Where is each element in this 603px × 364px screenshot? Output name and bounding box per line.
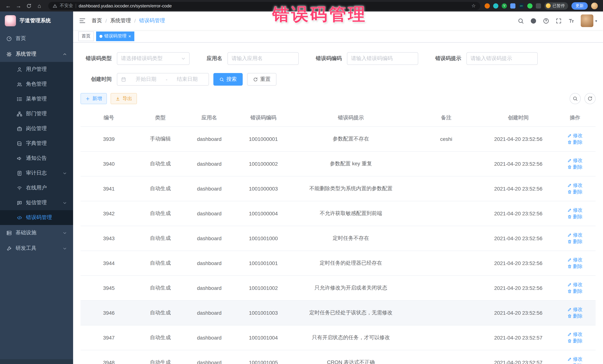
filter-code: 错误码编码 请输入错误码编码: [316, 52, 418, 65]
sidebar-item[interactable]: 菜单管理: [0, 92, 73, 106]
sidebar-item[interactable]: 首页: [0, 31, 73, 46]
app-name-input[interactable]: 请输入应用名: [227, 52, 299, 65]
github-icon[interactable]: [530, 18, 537, 24]
cell-type: 手动编辑: [137, 126, 184, 151]
help-icon[interactable]: [543, 18, 549, 24]
sidebar-item[interactable]: 审计日志: [0, 166, 73, 180]
extension-icon-teal[interactable]: [493, 3, 498, 8]
browser-profile-avatar[interactable]: [591, 2, 598, 9]
edit-link[interactable]: 修改: [567, 356, 583, 362]
forward-icon[interactable]: →: [14, 1, 23, 10]
edit-link[interactable]: 修改: [567, 207, 583, 213]
edit-link[interactable]: 修改: [567, 256, 583, 263]
cell-code: 1001000003: [235, 176, 292, 201]
paused-profile-badge[interactable]: 已暂停: [544, 2, 568, 10]
cell-app: dashboard: [184, 226, 235, 251]
delete-link[interactable]: 删除: [567, 288, 583, 295]
app-frame: 芋道管理系统 首页 系统管理: [0, 11, 603, 364]
cell-actions: 修改 删除: [554, 126, 596, 151]
browser-update-button[interactable]: 更新: [571, 2, 588, 10]
extensions-puzzle-icon[interactable]: [536, 3, 541, 8]
reset-button[interactable]: 重置: [247, 73, 277, 86]
tab-tag[interactable]: 首页 ×: [78, 31, 94, 41]
sidebar-item[interactable]: 通知公告: [0, 151, 73, 166]
logo-avatar: [5, 15, 16, 26]
cell-time: 2021-04-20 23:52:56: [482, 126, 554, 151]
error-hint-input[interactable]: 请输入错误码提示: [466, 52, 538, 65]
breadcrumb-home[interactable]: 首页: [92, 17, 102, 24]
extension-icon-leaf[interactable]: [527, 3, 533, 8]
extension-icon-on[interactable]: on: [519, 3, 524, 8]
home-icon[interactable]: ⌂: [35, 1, 44, 10]
sidebar-item[interactable]: 系统管理: [0, 46, 73, 62]
show-search-button[interactable]: [570, 93, 581, 104]
delete-link[interactable]: 删除: [567, 188, 583, 195]
chevron-icon: [63, 52, 67, 56]
hamburger-icon[interactable]: [79, 17, 86, 24]
bookmark-star-icon[interactable]: ☆: [471, 3, 476, 9]
sidebar-item[interactable]: 部门管理: [0, 106, 73, 121]
delete-link[interactable]: 删除: [567, 338, 583, 344]
delete-link[interactable]: 删除: [567, 164, 583, 170]
breadcrumb-system[interactable]: 系统管理: [110, 17, 131, 24]
refresh-icon: [253, 77, 258, 82]
search-button[interactable]: 搜索: [213, 73, 243, 86]
font-size-icon[interactable]: [568, 18, 574, 24]
cell-actions: 修改 删除: [554, 300, 596, 325]
sidebar-item[interactable]: 角色管理: [0, 77, 73, 92]
date-range-picker[interactable]: 开始日期 - 结束日期: [117, 73, 209, 86]
pencil-icon: [567, 332, 572, 336]
sidebar-item[interactable]: 在线用户: [0, 180, 73, 195]
user-menu[interactable]: ▾: [581, 14, 597, 27]
delete-link[interactable]: 删除: [567, 362, 583, 364]
delete-link[interactable]: 删除: [567, 313, 583, 319]
delete-link[interactable]: 删除: [567, 263, 583, 270]
edit-link[interactable]: 修改: [567, 281, 583, 288]
close-icon[interactable]: ×: [128, 34, 131, 38]
add-button[interactable]: 新增: [81, 93, 107, 104]
edit-link[interactable]: 修改: [567, 331, 583, 338]
error-code-input[interactable]: 请输入错误码编码: [347, 52, 418, 65]
edit-link[interactable]: 修改: [567, 306, 583, 313]
extension-icon-orange[interactable]: [485, 3, 490, 8]
navbar-actions: ▾: [518, 14, 597, 27]
table-tools: [570, 93, 596, 104]
address-bar[interactable]: 不安全 dashboard.yudao.iocoder.cn/system/er…: [48, 2, 480, 10]
logo-area[interactable]: 芋道管理系统: [0, 11, 73, 30]
cell-code: 1001001002: [235, 276, 292, 300]
sidebar-item[interactable]: 研发工具: [0, 241, 73, 256]
edit-link[interactable]: 修改: [567, 232, 583, 238]
edit-link[interactable]: 修改: [567, 182, 583, 188]
cell-remark: [410, 251, 482, 276]
refresh-table-button[interactable]: [584, 93, 596, 104]
sidebar-item[interactable]: 字典管理: [0, 136, 73, 151]
sidebar-item[interactable]: 用户管理: [0, 62, 73, 77]
sidebar-collapse-bar[interactable]: [0, 359, 73, 364]
edit-link[interactable]: 修改: [567, 157, 583, 164]
sidebar-item[interactable]: 基础设施: [0, 225, 73, 241]
fullscreen-icon[interactable]: [556, 18, 562, 24]
edit-link[interactable]: 修改: [567, 132, 583, 139]
cell-type: 自动生成: [137, 276, 184, 300]
cell-id: 3940: [81, 151, 137, 176]
sidebar-item[interactable]: 岗位管理: [0, 121, 73, 136]
table-row: 3948 自动生成 dashboard 1001001005 CRON 表达式不…: [81, 350, 596, 364]
sidebar-item[interactable]: 错误码管理: [0, 210, 73, 225]
filter-hint: 错误码提示 请输入错误码提示: [435, 52, 538, 65]
delete-link[interactable]: 删除: [567, 139, 583, 145]
extension-icon-green-v[interactable]: V: [502, 3, 507, 8]
input-placeholder: 请输入错误码提示: [471, 55, 512, 62]
back-icon[interactable]: ←: [4, 1, 13, 10]
tab-tag[interactable]: 错误码管理 ×: [96, 31, 134, 41]
cell-app: dashboard: [184, 276, 235, 300]
sidebar-item[interactable]: 短信管理: [0, 195, 73, 210]
reload-icon[interactable]: [24, 1, 33, 10]
cell-app: dashboard: [184, 126, 235, 151]
delete-link[interactable]: 删除: [567, 213, 583, 220]
menu-icon: [6, 246, 12, 251]
delete-link[interactable]: 删除: [567, 238, 583, 245]
search-icon[interactable]: [518, 18, 524, 24]
extension-icon-grid[interactable]: [510, 3, 515, 8]
error-type-select[interactable]: 请选择错误码类型: [117, 52, 190, 65]
export-button[interactable]: 导出: [111, 93, 137, 104]
